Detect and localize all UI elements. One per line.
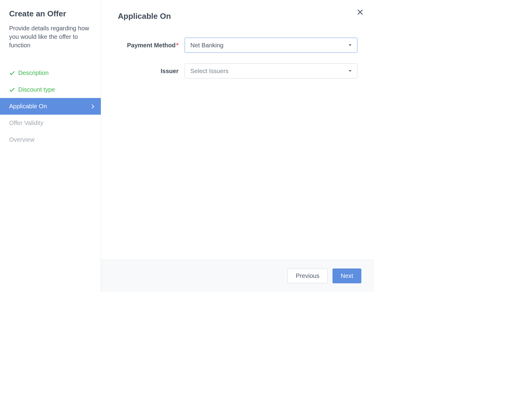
- issuer-label: Issuer: [118, 68, 185, 75]
- step-list: Description Discount type Applicable On …: [0, 65, 101, 148]
- check-icon: [9, 70, 15, 76]
- required-indicator: *: [176, 42, 179, 49]
- chevron-right-icon: [90, 104, 94, 108]
- sidebar-subtitle: Provide details regarding how you would …: [9, 24, 92, 49]
- step-label: Discount type: [18, 86, 55, 93]
- form-row-payment-method: Payment Method* Net Banking: [118, 38, 357, 53]
- sidebar-title: Create an Offer: [9, 9, 92, 19]
- payment-method-label: Payment Method*: [118, 42, 185, 49]
- step-item-description[interactable]: Description: [0, 65, 101, 81]
- step-label: Overview: [9, 136, 34, 143]
- footer: Previous Next: [101, 260, 374, 292]
- previous-button[interactable]: Previous: [288, 268, 328, 283]
- next-button[interactable]: Next: [332, 268, 361, 283]
- select-placeholder: Select Issuers: [190, 68, 229, 75]
- step-label: Description: [18, 69, 49, 76]
- page-title: Applicable On: [118, 12, 357, 21]
- step-item-offer-validity[interactable]: Offer Validity: [0, 115, 101, 131]
- step-label: Offer Validity: [9, 120, 43, 127]
- form-row-issuer: Issuer Select Issuers: [118, 63, 357, 79]
- main: Applicable On Payment Method* Net Bankin…: [101, 0, 374, 292]
- step-item-overview[interactable]: Overview: [0, 131, 101, 148]
- payment-method-select[interactable]: Net Banking: [185, 38, 357, 53]
- step-item-applicable-on[interactable]: Applicable On: [0, 98, 101, 115]
- step-label: Applicable On: [9, 103, 47, 110]
- check-icon: [9, 87, 15, 93]
- caret-down-icon: [349, 70, 352, 72]
- issuer-select[interactable]: Select Issuers: [185, 63, 357, 79]
- close-button[interactable]: [355, 7, 365, 17]
- sidebar: Create an Offer Provide details regardin…: [0, 0, 101, 292]
- caret-down-icon: [349, 44, 352, 46]
- select-value: Net Banking: [190, 42, 223, 49]
- step-item-discount-type[interactable]: Discount type: [0, 81, 101, 98]
